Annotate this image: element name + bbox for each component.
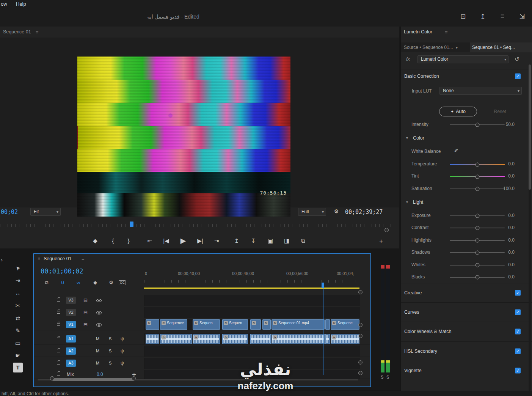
lift-button[interactable]: ↥ — [232, 237, 242, 244]
timeline-playhead-line[interactable] — [323, 283, 323, 375]
work-area-bar[interactable] — [144, 288, 359, 289]
export-frame-button[interactable]: ▣ — [265, 237, 275, 244]
timeline-clip[interactable]: fx Sequence — [160, 319, 187, 330]
razor-tool[interactable]: ✂ — [12, 300, 24, 311]
timeline-hscroll-thumb[interactable] — [52, 378, 134, 381]
audio-clip[interactable]: fx — [193, 334, 220, 344]
track-lock-icon[interactable] — [57, 338, 60, 340]
meter-solo-right-button[interactable]: S — [386, 375, 389, 379]
section-enabled-checkbox[interactable]: ✓ — [515, 368, 521, 374]
track-lane-v3[interactable] — [144, 295, 360, 306]
panel-menu-icon[interactable]: ≡ — [36, 29, 39, 35]
timeline-clip[interactable]: fx Sequence 01.mp4 — [271, 319, 325, 330]
slider-handle[interactable] — [475, 226, 479, 230]
comparison-view-button[interactable]: ◨ — [282, 237, 292, 244]
track-lock-icon[interactable] — [57, 350, 60, 352]
workspace-icon[interactable]: ⊡ — [457, 13, 469, 20]
auto-button[interactable]: ✦Auto — [439, 107, 477, 116]
timeline-ruler[interactable]: 0 00;00;40;00 00;00;48;00 00;00;56;00 00… — [144, 270, 359, 283]
track-height-handle[interactable] — [358, 290, 363, 294]
reset-button[interactable]: Reset — [481, 107, 519, 116]
mute-button[interactable]: M — [96, 349, 99, 353]
timeline-tab[interactable]: Sequence 01 — [44, 256, 72, 261]
nest-sequences-icon[interactable]: ⧉ — [42, 280, 51, 286]
selection-tool[interactable]: ➤ — [10, 260, 26, 276]
slip-tool[interactable]: ⇄ — [12, 313, 24, 324]
slider-handle[interactable] — [475, 123, 479, 127]
whites-value[interactable]: 0.0 — [492, 262, 515, 267]
solo-button[interactable]: S — [109, 361, 111, 365]
slider-handle[interactable] — [475, 275, 479, 280]
quick-export-icon[interactable]: ↥ — [477, 13, 488, 20]
shadows-value[interactable]: 0.0 — [492, 250, 515, 255]
lumetri-scrollbar-thumb[interactable] — [529, 64, 531, 190]
monitor-playhead[interactable] — [130, 222, 133, 227]
audio-clip[interactable]: fx — [271, 334, 325, 344]
ripple-edit-tool[interactable]: ↔ — [12, 288, 24, 299]
section-enabled-checkbox[interactable]: ✓ — [515, 290, 521, 296]
tab-active-sequence[interactable]: Sequence 01 • Seq... — [470, 42, 532, 52]
monitor-settings-wrench-icon[interactable]: ⚙ — [331, 208, 341, 214]
audio-clip[interactable]: fx — [160, 334, 192, 344]
track-lane-a3[interactable] — [144, 358, 360, 369]
exposure-value[interactable]: 0.0 — [492, 213, 515, 218]
timeline-clip[interactable]: fx — [262, 319, 271, 330]
mark-in-button[interactable]: { — [108, 237, 118, 244]
solo-button[interactable]: S — [109, 336, 111, 341]
track-badge-v3[interactable]: V3 — [66, 297, 76, 304]
track-lane-v1[interactable]: fx fx Sequence fx Sequen fx Sequen fx — [144, 319, 360, 330]
section-creative[interactable]: Creative ✓ — [401, 283, 532, 302]
audio-clip[interactable] — [325, 334, 330, 344]
slider-handle[interactable] — [475, 187, 479, 191]
timeline-clip[interactable]: fx — [146, 319, 159, 330]
timeline-clip[interactable]: fx Sequenc — [331, 319, 359, 330]
voiceover-mic-icon[interactable]: ψ — [121, 348, 124, 354]
temperature-value[interactable]: 0.0 — [492, 161, 515, 167]
track-select-forward-tool[interactable]: ⇥ — [12, 275, 24, 286]
go-to-in-button[interactable]: ⇤ — [145, 237, 155, 244]
track-lane-a1[interactable]: fx fx fx fx fx — [144, 333, 360, 344]
section-enabled-checkbox[interactable]: ✓ — [515, 310, 521, 315]
color-group-header[interactable]: ▾ Color — [401, 134, 532, 144]
blacks-value[interactable]: 0.0 — [492, 274, 515, 280]
slider-handle[interactable] — [475, 162, 479, 167]
timeline-clip[interactable] — [325, 319, 330, 330]
section-hsl-secondary[interactable]: HSL Secondary ✓ — [401, 341, 532, 361]
light-group-header[interactable]: ▾ Light — [401, 198, 532, 208]
mute-button[interactable]: M — [96, 361, 99, 365]
fit-select[interactable]: Fit ▾ — [30, 208, 61, 216]
monitor-scrubber[interactable] — [0, 224, 391, 227]
section-basic-correction[interactable]: Basic Correction ✓ — [401, 69, 532, 83]
contrast-value[interactable]: 0.0 — [492, 225, 515, 230]
eyedropper-icon[interactable]: ✎ — [453, 148, 459, 152]
section-enabled-checkbox[interactable]: ✓ — [515, 73, 521, 79]
audio-clip[interactable]: fx — [331, 334, 359, 344]
track-badge-a3[interactable]: A3 — [66, 360, 76, 367]
track-lock-icon[interactable] — [57, 373, 60, 376]
play-button[interactable]: ▶ — [178, 236, 188, 245]
section-enabled-checkbox[interactable]: ✓ — [515, 349, 521, 354]
keyframe-nav-icon[interactable]: ◂▸ — [132, 372, 136, 377]
type-tool[interactable]: T — [13, 363, 23, 372]
track-lock-icon[interactable] — [57, 311, 60, 314]
captions-icon[interactable]: CC — [119, 280, 126, 285]
go-to-out-button[interactable]: ⇥ — [212, 237, 221, 244]
track-lock-icon[interactable] — [57, 323, 60, 326]
source-patch-icon[interactable]: ⊟ — [83, 322, 88, 327]
audio-clip[interactable] — [250, 334, 271, 344]
effect-selector[interactable]: Lumetri Color ▾ — [417, 55, 508, 63]
track-height-handle[interactable] — [358, 323, 363, 327]
meter-solo-left-button[interactable]: S — [381, 375, 383, 379]
voiceover-mic-icon[interactable]: ψ — [121, 336, 124, 341]
track-badge-a1[interactable]: A1 — [66, 335, 76, 343]
track-badge-v1[interactable]: V1 — [66, 321, 76, 328]
multi-view-button[interactable]: ⧉ — [298, 237, 308, 244]
track-lock-icon[interactable] — [57, 362, 60, 365]
input-lut-select[interactable]: None ▾ — [439, 87, 522, 95]
mix-level-value[interactable]: 0.0 — [97, 372, 103, 377]
panel-expander-icon[interactable]: › — [1, 256, 3, 263]
track-height-handle[interactable] — [358, 360, 363, 365]
linked-selection-icon[interactable]: ∞ — [74, 280, 83, 285]
timeline-clip[interactable]: fx Sequen — [193, 319, 220, 330]
mix-lane[interactable] — [144, 370, 360, 379]
